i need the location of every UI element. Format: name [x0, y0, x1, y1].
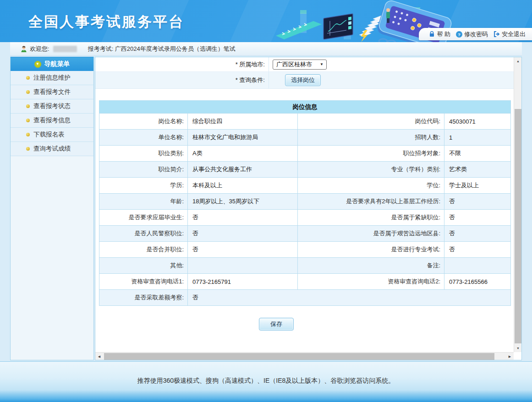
table-row: 是否合并职位: 否 是否进行专业考试: 否 — [99, 242, 511, 258]
logout-label: 安全退出 — [502, 30, 526, 38]
field-label: 招聘人数: — [298, 130, 444, 146]
field-value: 否 — [188, 242, 298, 258]
field-label: 职位招考对象: — [298, 146, 444, 162]
page-title: 全国人事考试服务平台 — [28, 12, 184, 32]
field-label: 其他: — [99, 258, 188, 274]
city-label: * 所属地市: — [95, 60, 269, 69]
nav-menu-header[interactable]: ▼ 导航菜单 — [11, 57, 93, 71]
field-value: 学士及以上 — [444, 178, 511, 194]
field-label: 资格审查咨询电话1: — [99, 274, 188, 290]
vertical-scrollbar-thumb[interactable] — [515, 109, 521, 343]
field-value: A类 — [188, 146, 298, 162]
scroll-up-arrow[interactable]: ▲ — [514, 57, 522, 65]
field-label: 职位简介: — [99, 162, 188, 178]
content-scroll-area: * 所属地市: 广西区桂林市 ▼ * 查询条件: 选择岗位 岗位信息 — [95, 57, 515, 352]
city-select-value: 广西区桂林市 — [276, 60, 312, 69]
sidebar-item-download-form[interactable]: 下载报名表 — [11, 128, 93, 142]
field-label: 资格审查咨询电话2: — [298, 274, 444, 290]
field-value: 本科及以上 — [188, 178, 298, 194]
field-label: 是否属于紧缺职位: — [298, 210, 444, 226]
field-label: 单位名称: — [99, 130, 188, 146]
field-label: 专业（学科）类别: — [298, 162, 444, 178]
app-header: 全国人事考试服务平台 — [0, 0, 532, 42]
table-row: 资格审查咨询电话1: 0773-2165791 资格审查咨询电话2: 0773-… — [99, 274, 511, 290]
field-label: 学位: — [298, 178, 444, 194]
logout-icon — [494, 31, 500, 37]
page-footer: 推荐使用360极速模式、搜狗（高速模式）、IE（IE8及以上版本）、谷歌浏览器访… — [0, 361, 532, 402]
field-label: 备注: — [298, 258, 444, 274]
sidebar: ▼ 导航菜单 注册信息维护 查看报考文件 查看报考状态 查看报考信息 下载报名表… — [10, 57, 94, 360]
help-link[interactable]: 帮 助 — [429, 30, 450, 38]
field-value: 1 — [444, 130, 511, 146]
bullet-icon — [26, 90, 30, 94]
table-row: 单位名称: 桂林市文化广电和旅游局 招聘人数: 1 — [99, 130, 511, 146]
bullet-icon — [26, 119, 30, 122]
horizontal-scrollbar-thumb[interactable] — [104, 353, 494, 360]
sidebar-item-label: 注册信息维护 — [33, 74, 71, 82]
svg-text:?: ? — [458, 32, 461, 37]
sidebar-item-label: 查看报考文件 — [33, 88, 71, 96]
bullet-icon — [26, 104, 30, 108]
chevron-down-icon: ▼ — [320, 62, 324, 66]
field-value: 否 — [444, 194, 511, 210]
field-value: 不限 — [444, 146, 511, 162]
sidebar-item-register-info[interactable]: 注册信息维护 — [11, 71, 93, 85]
city-select[interactable]: 广西区桂林市 ▼ — [273, 60, 327, 70]
vertical-scrollbar[interactable]: ▲ ▼ — [514, 57, 521, 352]
field-label: 学历: — [99, 178, 188, 194]
field-label: 是否人民警察职位: — [99, 226, 188, 242]
horizontal-scrollbar[interactable]: ◀ ▶ — [95, 352, 514, 360]
table-row: 其他: 备注: — [99, 258, 511, 274]
table-row: 是否人民警察职位: 否 是否属于艰苦边远地区县: 否 — [99, 226, 511, 242]
welcome-greeting: 欢迎您: — [30, 45, 49, 53]
sidebar-item-exam-scores[interactable]: 查询考试成绩 — [11, 142, 93, 156]
main-area: ▼ 导航菜单 注册信息维护 查看报考文件 查看报考状态 查看报考信息 下载报名表… — [10, 57, 522, 360]
field-label: 职位类别: — [99, 146, 188, 162]
exam-name-text: 报考考试: 广西2024年度考试录用公务员（选调生）笔试 — [88, 45, 236, 53]
question-icon: ? — [456, 31, 462, 38]
sidebar-item-label: 下载报名表 — [33, 130, 65, 139]
field-label: 是否进行专业考试: — [298, 242, 444, 258]
save-button[interactable]: 保存 — [259, 318, 294, 331]
utility-bar: 帮 助 ? 修改密码 安全退出 — [419, 28, 532, 40]
table-row: 是否要求应届毕业生: 否 是否属于紧缺职位: 否 — [99, 210, 511, 226]
city-form-row: * 所属地市: 广西区桂林市 ▼ — [95, 57, 515, 72]
field-label: 是否属于艰苦边远地区县: — [298, 226, 444, 242]
field-value: 否 — [444, 226, 511, 242]
browser-recommendation-text: 推荐使用360极速模式、搜狗（高速模式）、IE（IE8及以上版本）、谷歌浏览器访… — [0, 362, 532, 385]
field-value: 否 — [188, 210, 298, 226]
logout-link[interactable]: 安全退出 — [494, 30, 526, 38]
sidebar-item-application-status[interactable]: 查看报考状态 — [11, 99, 93, 114]
field-value: 否 — [444, 210, 511, 226]
field-label: 是否合并职位: — [99, 242, 188, 258]
bullet-icon — [26, 133, 30, 136]
table-row: 岗位名称: 综合职位四 岗位代码: 45030071 — [99, 114, 511, 130]
username-redacted — [53, 46, 77, 52]
field-value: 否 — [188, 226, 298, 242]
field-value: 0773-2165566 — [444, 274, 511, 290]
field-value — [188, 258, 298, 274]
table-row: 学历: 本科及以上 学位: 学士及以上 — [99, 178, 511, 194]
scroll-left-arrow[interactable]: ◀ — [95, 353, 103, 360]
field-value — [444, 258, 511, 274]
change-password-link[interactable]: ? 修改密码 — [456, 30, 488, 38]
content-panel: * 所属地市: 广西区桂林市 ▼ * 查询条件: 选择岗位 岗位信息 — [95, 57, 522, 360]
bullet-icon — [26, 147, 30, 151]
field-label: 是否采取差额考察: — [99, 290, 188, 306]
user-avatar-icon — [20, 45, 27, 53]
field-label: 年龄: — [99, 194, 188, 210]
sidebar-item-label: 查询考试成绩 — [33, 145, 71, 153]
table-row: 是否采取差额考察: 否 — [99, 290, 511, 306]
select-post-button[interactable]: 选择岗位 — [285, 74, 321, 86]
welcome-bar: 欢迎您: 报考考试: 广西2024年度考试录用公务员（选调生）笔试 — [10, 42, 522, 56]
field-value: 从事公共文化服务工作 — [188, 162, 298, 178]
scroll-right-arrow[interactable]: ▶ — [506, 353, 514, 360]
sidebar-item-application-info[interactable]: 查看报考信息 — [11, 114, 93, 128]
table-title: 岗位信息 — [99, 101, 511, 114]
sidebar-item-exam-documents[interactable]: 查看报考文件 — [11, 85, 93, 99]
lock-icon — [429, 31, 435, 37]
scroll-down-arrow[interactable]: ▼ — [514, 344, 522, 352]
bullet-icon — [26, 76, 30, 80]
table-row: 职位简介: 从事公共文化服务工作 专业（学科）类别: 艺术类 — [99, 162, 511, 178]
field-value: 18周岁以上、35周岁以下 — [188, 194, 298, 210]
